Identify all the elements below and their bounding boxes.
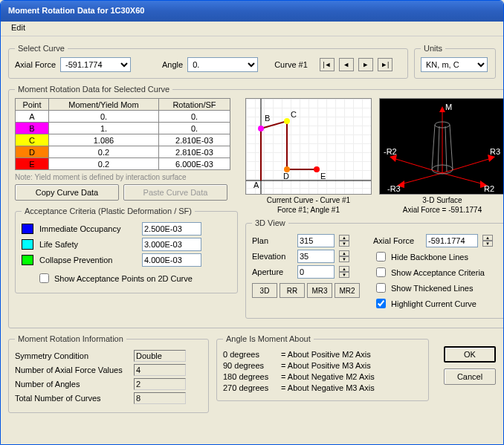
plan-input[interactable] xyxy=(297,234,335,247)
table-row: A0.0. xyxy=(16,111,230,123)
ls-label: Life Safety xyxy=(39,240,136,249)
prev-curve-button[interactable]: ◄ xyxy=(339,58,354,71)
select-curve-legend: Select Curve xyxy=(15,44,68,53)
curve-caption-1: Current Curve - Curve #1 xyxy=(245,196,372,204)
plan-down[interactable]: ▼ xyxy=(339,241,349,247)
first-curve-button[interactable]: |◄ xyxy=(320,58,335,71)
highlight-curve-checkbox[interactable] xyxy=(376,299,386,308)
table-row: C1.0862.810E-03 xyxy=(16,134,230,146)
current-curve-graph: B C D E A xyxy=(245,98,372,195)
plan-label: Plan xyxy=(252,236,293,245)
table-row: B1.0. xyxy=(16,123,230,134)
svg-line-24 xyxy=(450,125,453,169)
show-acceptance-checkbox[interactable] xyxy=(376,267,386,277)
svg-text:C: C xyxy=(291,110,297,119)
ok-button[interactable]: OK xyxy=(444,346,496,363)
acceptance-group: Acceptance Criteria (Plastic Deformation… xyxy=(15,207,238,293)
title-bar: Moment Rotation Data for 1C30X60 xyxy=(1,1,503,22)
menu-edit[interactable]: Edit xyxy=(7,22,30,33)
next-curve-button[interactable]: ► xyxy=(358,58,373,71)
show-acceptance-points-label: Show Acceptance Points on 2D Curve xyxy=(54,274,193,283)
svg-point-8 xyxy=(314,166,320,172)
info-group: Moment Rotation Information Symmetry Con… xyxy=(8,334,209,413)
elev-down[interactable]: ▼ xyxy=(339,256,349,262)
elev-input[interactable] xyxy=(297,250,335,263)
axial-count-value xyxy=(134,364,186,376)
aperture-label: Aperture xyxy=(252,267,293,276)
svg-marker-12 xyxy=(439,106,445,112)
info-legend: Moment Rotation Information xyxy=(15,334,126,343)
surface-caption-1: 3-D Surface xyxy=(379,196,504,204)
angle-about-group: Angle Is Moment About 0 degrees= About P… xyxy=(216,334,429,401)
angle-label: Angle xyxy=(162,60,183,69)
elev-label: Elevation xyxy=(252,252,293,261)
dialog-window: Moment Rotation Data for 1C30X60 Edit Se… xyxy=(0,0,504,445)
angle-select[interactable]: 0. xyxy=(187,57,258,72)
window-title: Moment Rotation Data for 1C30X60 xyxy=(8,6,144,15)
ls-input[interactable] xyxy=(142,238,201,251)
table-row: D0.22.810E-03 xyxy=(16,146,230,158)
view-axial-label: Axial Force xyxy=(373,236,421,245)
svg-text:R3: R3 xyxy=(490,147,500,156)
col-point: Point xyxy=(16,99,49,111)
axial-force-select[interactable]: -591.1774 xyxy=(60,57,131,72)
cp-input[interactable] xyxy=(142,253,201,267)
svg-text:-R2: -R2 xyxy=(384,147,397,156)
hide-backbone-checkbox[interactable] xyxy=(376,252,386,262)
cancel-button[interactable]: Cancel xyxy=(444,368,496,385)
acceptance-legend: Acceptance Criteria (Plastic Deformation… xyxy=(22,207,195,215)
3d-surface-graph: M R3 -R2 R2 -R3 xyxy=(379,98,504,195)
ap-down[interactable]: ▼ xyxy=(339,272,349,278)
mr3-button[interactable]: MR3 xyxy=(307,283,332,298)
total-curves-value xyxy=(134,392,186,404)
angle-count-value xyxy=(134,378,186,390)
svg-point-2 xyxy=(258,126,264,131)
svg-text:A: A xyxy=(253,181,259,189)
col-moment: Moment/Yield Mom xyxy=(49,99,159,111)
menu-bar: Edit xyxy=(1,22,503,36)
io-input[interactable] xyxy=(142,222,201,236)
show-thickened-checkbox[interactable] xyxy=(376,283,386,293)
units-legend: Units xyxy=(421,44,445,53)
view-axial-input[interactable] xyxy=(426,234,478,247)
angle-about-legend: Angle Is Moment About xyxy=(223,334,314,343)
data-table: Point Moment/Yield Mom Rotation/SF A0.0.… xyxy=(15,98,230,170)
table-row: E0.26.000E-03 xyxy=(16,158,230,170)
io-label: Immediate Occupancy xyxy=(39,224,136,233)
aperture-input[interactable] xyxy=(297,265,335,279)
axial-up[interactable]: ▲ xyxy=(482,235,493,241)
plan-up[interactable]: ▲ xyxy=(339,235,349,241)
data-legend: Moment Rotation Data for Selected Curve xyxy=(15,85,172,94)
select-curve-group: Select Curve Axial Force -591.1774 Angle… xyxy=(8,44,408,79)
io-swatch xyxy=(22,224,33,234)
units-group: Units KN, m, C xyxy=(414,44,496,79)
curve-number-label: Curve #1 xyxy=(274,60,308,69)
units-select[interactable]: KN, m, C xyxy=(421,57,488,72)
svg-text:D: D xyxy=(283,172,289,181)
svg-text:-R3: -R3 xyxy=(387,184,401,193)
3d-button[interactable]: 3D xyxy=(252,283,277,298)
surface-caption-2: Axial Force = -591.1774 xyxy=(379,206,504,214)
3d-view-group: 3D View Plan ▲▼ Elevation xyxy=(245,218,504,319)
curve-caption-2: Force #1; Angle #1 xyxy=(245,206,372,214)
elev-up[interactable]: ▲ xyxy=(339,250,349,256)
moment-rotation-data-group: Moment Rotation Data for Selected Curve … xyxy=(8,85,504,328)
svg-text:B: B xyxy=(265,114,270,123)
svg-text:E: E xyxy=(320,172,326,181)
paste-curve-button: Paste Curve Data xyxy=(123,184,227,201)
symmetry-value xyxy=(134,350,186,362)
cp-swatch xyxy=(22,255,33,265)
ls-swatch xyxy=(22,239,33,250)
mr2-button[interactable]: MR2 xyxy=(335,283,360,298)
svg-line-19 xyxy=(401,173,442,184)
ap-up[interactable]: ▲ xyxy=(339,266,349,272)
svg-line-23 xyxy=(432,125,435,169)
svg-point-4 xyxy=(284,118,290,124)
show-acceptance-points-checkbox[interactable] xyxy=(39,273,49,283)
note-text: Note: Yield moment is defined by interac… xyxy=(15,173,238,181)
svg-text:R2: R2 xyxy=(484,184,494,193)
rr-button[interactable]: RR xyxy=(280,283,305,298)
copy-curve-button[interactable]: Copy Curve Data xyxy=(15,184,119,201)
last-curve-button[interactable]: ►| xyxy=(378,58,392,71)
axial-down[interactable]: ▼ xyxy=(482,241,493,247)
